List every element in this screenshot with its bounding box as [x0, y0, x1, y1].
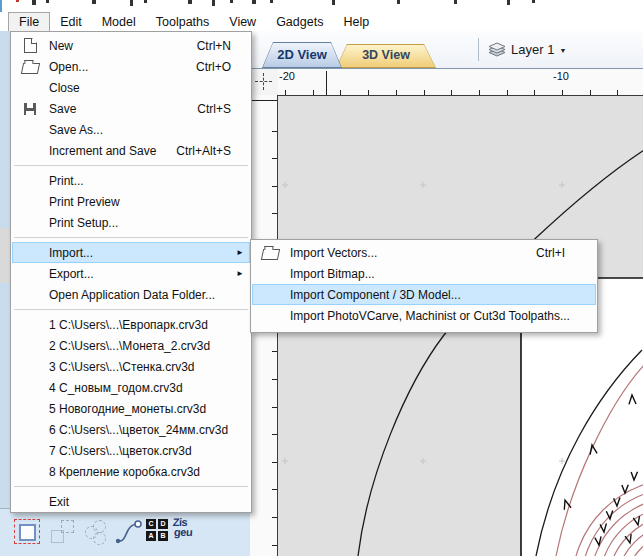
menubar-item[interactable]: View [219, 12, 266, 31]
file-menu-item[interactable]: Save As... [12, 119, 250, 140]
menu-item-label: Import Vectors... [290, 246, 377, 260]
file-menu-item[interactable]: Print... [12, 170, 250, 191]
open-folder-icon [20, 63, 39, 74]
block-c: C [146, 519, 156, 529]
menubar: File Edit Model Toolpaths View Gadgets H… [0, 12, 643, 31]
menu-item-label: 3 C:\Users\...\Стенка.crv3d [49, 360, 195, 374]
save-icon [24, 103, 36, 115]
file-menu-item[interactable]: Open Application Data Folder... [12, 284, 250, 305]
file-menu-item[interactable]: Save Ctrl+S [12, 98, 250, 119]
menu-item-icon [19, 38, 41, 53]
tab-3d-view[interactable]: 3D View [336, 44, 436, 68]
menu-item-label: Save [49, 102, 76, 116]
ruler-label: -20 [279, 70, 295, 82]
block-d: D [158, 519, 168, 529]
ruler-label: -10 [553, 70, 569, 82]
menubar-item-label: View [229, 15, 256, 29]
titlebar-clipped [0, 0, 643, 12]
menu-item-label: Print... [49, 174, 84, 188]
menubar-item[interactable]: Edit [50, 12, 92, 31]
application-window: File Edit Model Toolpaths View Gadgets H… [0, 0, 643, 556]
menu-item-icon [19, 60, 41, 74]
menu-separator [11, 482, 251, 491]
selection-mode-toolbar: C D A B Zis geu [0, 508, 252, 556]
file-menu-item[interactable]: 6 C:\Users\...\цветок_24мм.crv3d [12, 419, 250, 440]
file-menu-item[interactable]: Export... [12, 263, 250, 284]
import-submenu-item[interactable]: Import Vectors... Ctrl+I [252, 242, 596, 263]
menu-separator [11, 233, 251, 242]
menubar-item-label: Help [343, 15, 369, 29]
multi-select-tool-button[interactable] [50, 517, 78, 549]
node-curve-icon [114, 517, 142, 547]
menu-item-shortcut: Ctrl+N [197, 39, 231, 53]
file-menu-item[interactable]: Exit [12, 491, 250, 512]
node-edit-tool-button[interactable] [114, 517, 142, 549]
file-menu-item[interactable]: 7 C:\Users\...\цветок.crv3d [12, 440, 250, 461]
file-menu-item[interactable]: 5 Новогодние_монеты.crv3d [12, 398, 250, 419]
file-menu-item[interactable]: Print Preview [12, 191, 250, 212]
menubar-item-label: Toolpaths [156, 15, 210, 29]
menubar-item-label: Model [102, 15, 136, 29]
chevron-down-icon: ▼ [559, 47, 566, 54]
file-menu-item[interactable]: New Ctrl+N [12, 35, 250, 56]
tab-2d-label: 2D View [262, 42, 342, 67]
import-submenu-item[interactable]: Import Component / 3D Model... [252, 284, 596, 305]
tab-2d-view[interactable]: 2D View [262, 42, 342, 68]
menu-item-label: Import PhotoVCarve, Machinist or Cut3d T… [290, 309, 570, 323]
menubar-item-label: Gadgets [276, 15, 323, 29]
layer-selector[interactable]: Layer 1 ▼ [488, 38, 566, 61]
file-menu-item[interactable]: Increment and Save Ctrl+Alt+S [12, 140, 250, 161]
zigzag-text-tool-button[interactable]: Zis geu [171, 517, 201, 549]
selection-tool-button[interactable] [14, 517, 42, 549]
file-menu-item[interactable]: 1 C:\Users\...\Европарк.crv3d [12, 314, 250, 335]
new-document-icon [24, 38, 37, 53]
menu-item-label: 1 C:\Users\...\Европарк.crv3d [49, 318, 208, 332]
import-submenu: Import Vectors... Ctrl+I Import Bitmap..… [250, 239, 598, 333]
file-menu: New Ctrl+N Open... Ctrl+O Close [10, 31, 252, 513]
menu-item-label: 6 C:\Users\...\цветок_24мм.crv3d [49, 423, 228, 437]
menubar-item[interactable]: Model [92, 12, 146, 31]
menu-item-label: Import Bitmap... [290, 267, 375, 281]
left-panel-strip [0, 30, 10, 556]
ruler-marker [326, 71, 327, 95]
menu-item-label: New [49, 39, 73, 53]
menu-item-label: 8 Крепление коробка.crv3d [49, 465, 200, 479]
file-menu-item[interactable]: 3 C:\Users\...\Стенка.crv3d [12, 356, 250, 377]
file-menu-item[interactable]: Open... Ctrl+O [12, 56, 250, 77]
menubar-item[interactable]: Toolpaths [146, 12, 220, 31]
menu-item-shortcut: Ctrl+O [196, 60, 231, 74]
ruler-origin-box [250, 68, 279, 96]
menu-item-label: Exit [49, 495, 69, 509]
menubar-item-label: File [19, 15, 39, 29]
menu-separator [11, 161, 251, 170]
file-menu-item[interactable]: 4 С_новым_годом.crv3d [12, 377, 250, 398]
menu-item-label: Print Preview [49, 195, 120, 209]
block-b: B [158, 531, 168, 541]
menu-item-label: 2 C:\Users\...\Монета_2.crv3d [49, 339, 210, 353]
menu-item-label: Close [49, 81, 80, 95]
circle-select-tool-button[interactable] [84, 517, 112, 549]
ruler-marker [252, 100, 277, 101]
menu-item-label: Open... [49, 60, 88, 74]
import-submenu-item[interactable]: Import PhotoVCarve, Machinist or Cut3d T… [252, 305, 596, 326]
file-menu-item[interactable]: 2 C:\Users\...\Монета_2.crv3d [12, 335, 250, 356]
block-a: A [146, 531, 156, 541]
menubar-item[interactable]: Gadgets [266, 12, 333, 31]
file-menu-item[interactable]: Close [12, 77, 250, 98]
toolbar-divider [478, 38, 479, 61]
menubar-item-label: Edit [60, 15, 82, 29]
file-menu-item[interactable]: 8 Крепление коробка.crv3d [12, 461, 250, 482]
menu-item-label: Export... [49, 267, 94, 281]
open-folder-icon [260, 249, 279, 260]
menu-item-label: Import... [49, 246, 93, 260]
menu-item-icon [19, 103, 41, 115]
menu-item-label: 5 Новогодние_монеты.crv3d [49, 402, 206, 416]
menu-item-icon [259, 246, 281, 260]
menubar-item[interactable]: Help [333, 12, 379, 31]
menubar-item[interactable]: File [8, 12, 50, 31]
file-menu-item[interactable]: Print Setup... [12, 212, 250, 233]
view-tab-bar: 2D View 3D View Layer 1 ▼ [250, 30, 643, 69]
import-submenu-item[interactable]: Import Bitmap... [252, 263, 596, 284]
cdab-blocks-tool-button[interactable]: C D A B [146, 519, 168, 541]
file-menu-item[interactable]: Import... [12, 242, 250, 263]
